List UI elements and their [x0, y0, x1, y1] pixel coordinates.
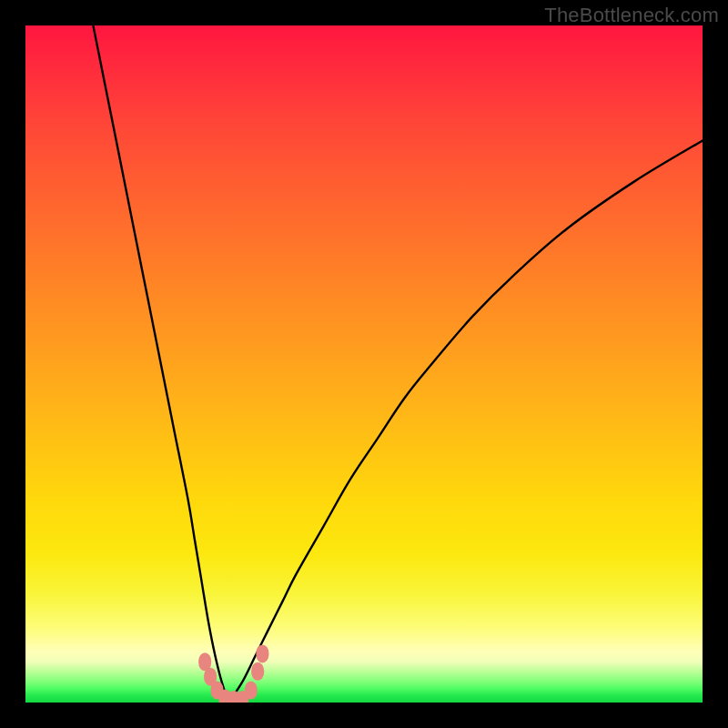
- curve-right-branch: [228, 140, 703, 703]
- plot-area: [25, 25, 703, 703]
- trough-markers: [198, 644, 268, 703]
- watermark-text: TheBottleneck.com: [544, 4, 719, 27]
- curve-left-branch: [93, 25, 228, 703]
- trough-marker: [251, 662, 264, 681]
- trough-marker: [245, 682, 258, 700]
- outer-frame: TheBottleneck.com: [0, 0, 728, 728]
- curve-layer: [25, 25, 703, 703]
- trough-marker: [256, 644, 268, 662]
- v-curve: [93, 25, 703, 703]
